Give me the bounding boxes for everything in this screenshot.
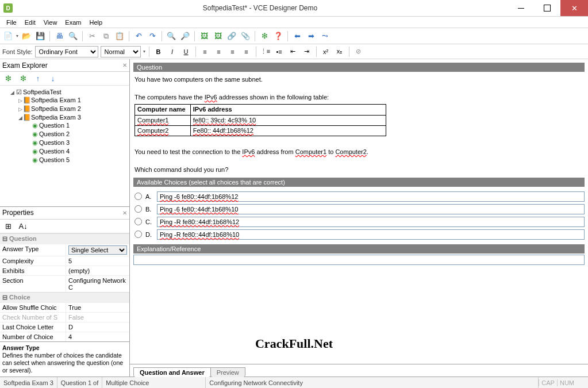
prop-section-value[interactable]: Configuring Network C <box>66 276 129 292</box>
question-text[interactable]: You have two computers on the same subne… <box>133 73 585 176</box>
attach-icon[interactable]: 📎 <box>240 30 251 42</box>
align-left-icon[interactable]: ≡ <box>199 46 211 57</box>
next-icon[interactable]: ➡ <box>305 30 317 42</box>
cut-icon[interactable]: ✂ <box>86 30 98 42</box>
explorer-toolbar: ❇ ❇ ↑ ↓ <box>0 72 129 86</box>
prop-answer-type-value[interactable]: Single Select <box>68 245 127 255</box>
menu-help[interactable]: Help <box>85 18 106 27</box>
move-up-icon[interactable]: ↑ <box>32 73 44 84</box>
menu-edit[interactable]: Edit <box>21 18 40 27</box>
zoom-in-icon[interactable]: 🔍 <box>166 30 177 42</box>
explorer-close-icon[interactable]: ✕ <box>122 62 127 68</box>
open-icon[interactable]: 📂 <box>21 30 32 42</box>
save-icon[interactable]: 💾 <box>34 30 46 42</box>
outdent-icon[interactable]: ⇤ <box>287 46 299 57</box>
bold-icon[interactable]: B <box>153 46 164 57</box>
new-icon[interactable]: 📄 <box>2 30 14 42</box>
explanation-input[interactable] <box>133 255 585 265</box>
link-icon[interactable]: 🔗 <box>226 30 237 42</box>
copy-icon[interactable]: ⧉ <box>100 30 112 42</box>
separator <box>82 31 83 41</box>
indent-icon[interactable]: ⇥ <box>301 46 313 57</box>
menu-exam[interactable]: Exam <box>61 18 85 27</box>
align-center-icon[interactable]: ≡ <box>213 46 225 57</box>
tree-question-1[interactable]: Question 1 <box>39 122 70 129</box>
menu-file[interactable]: File <box>2 18 21 27</box>
redo-icon[interactable]: ↷ <box>147 30 158 42</box>
choice-a-label: A. <box>145 193 153 200</box>
preview-icon[interactable]: 🔍 <box>67 30 79 42</box>
expand-icon[interactable]: ▷ <box>17 106 23 112</box>
prop-shuffle-value[interactable]: True <box>66 303 129 312</box>
image2-icon[interactable]: 🖼 <box>212 30 224 42</box>
add-node-icon[interactable]: ❇ <box>2 73 14 84</box>
add-question-icon[interactable]: ❇ <box>259 30 270 42</box>
properties-close-icon[interactable]: ✕ <box>122 210 127 216</box>
minimize-button[interactable] <box>508 0 534 16</box>
choice-b-radio[interactable] <box>134 205 142 213</box>
choice-c-radio[interactable] <box>134 218 142 225</box>
add-child-icon[interactable]: ❇ <box>17 73 29 84</box>
choices-header: Available Choices (select all choices th… <box>133 178 585 187</box>
subscript-icon[interactable]: x₂ <box>334 46 345 57</box>
separator <box>316 47 317 57</box>
undo-icon[interactable]: ↶ <box>133 30 144 42</box>
paste-icon[interactable]: 📋 <box>114 30 125 42</box>
font-weight-select[interactable]: Normal <box>101 46 141 57</box>
zoom-out-icon[interactable]: 🔎 <box>179 30 191 42</box>
choice-c-text[interactable]: Ping -R fe80::44df:1b68%12 <box>157 217 585 227</box>
watermark: CrackFull.Net <box>255 336 333 351</box>
prop-num-choices-value[interactable]: 4 <box>66 332 129 341</box>
separator <box>149 47 149 57</box>
tree-exam-3[interactable]: Softpedia Exam 3 <box>31 114 81 121</box>
choice-d-text[interactable]: Ping -R fe80::44df:1b68%10 <box>157 229 585 240</box>
menu-view[interactable]: View <box>40 18 62 27</box>
choice-a-radio[interactable] <box>134 193 142 200</box>
list-bullet-icon[interactable]: •≡ <box>274 46 285 57</box>
categorize-icon[interactable]: ⊞ <box>2 220 14 232</box>
prop-exhibits-value[interactable]: (empty) <box>66 266 129 275</box>
close-button[interactable] <box>560 0 588 16</box>
align-justify-icon[interactable]: ≡ <box>241 46 252 57</box>
question-icon[interactable]: ❓ <box>272 30 284 42</box>
image-icon[interactable]: 🖼 <box>198 30 210 42</box>
prop-check-key: Check Number of S <box>0 313 66 322</box>
separator <box>129 31 129 41</box>
prop-exhibits-key: Exhibits <box>0 266 66 275</box>
tree-question-2[interactable]: Question 2 <box>39 130 70 137</box>
tab-preview[interactable]: Preview <box>210 367 245 377</box>
collapse-icon[interactable]: ◢ <box>17 115 23 121</box>
superscript-icon[interactable]: x² <box>320 46 332 57</box>
desc-title: Answer Type <box>2 344 127 352</box>
list-num-icon[interactable]: ⋮≡ <box>260 46 271 57</box>
tree-exam-1[interactable]: Softpedia Exam 1 <box>31 97 81 103</box>
prop-last-letter-value[interactable]: D <box>66 322 129 332</box>
choice-b-text[interactable]: Ping -6 fe80::44df:1b68%10 <box>157 204 585 214</box>
move-down-icon[interactable]: ↓ <box>47 73 59 84</box>
tree-question-3[interactable]: Question 3 <box>39 139 70 146</box>
clear-format-icon[interactable]: ⊘ <box>353 46 364 57</box>
expand-icon[interactable]: ▷ <box>17 98 23 103</box>
font-style-select[interactable]: Ordinary Font <box>35 46 98 57</box>
collapse-icon[interactable]: ◢ <box>9 90 15 95</box>
exam-tree[interactable]: ◢☑SoftpediaTest ▷📙Softpedia Exam 1 ▷📙Sof… <box>0 86 129 207</box>
choice-a-text[interactable]: Ping -6 fe80::44df:1b68%12 <box>157 191 585 202</box>
align-right-icon[interactable]: ≡ <box>227 46 239 57</box>
italic-icon[interactable]: I <box>167 46 178 57</box>
property-grid[interactable]: ⊟ Question Answer TypeSingle Select Comp… <box>0 233 129 341</box>
separator <box>195 47 196 57</box>
choice-d-radio[interactable] <box>134 231 142 238</box>
separator <box>49 31 50 41</box>
prop-complexity-value[interactable]: 5 <box>66 256 129 266</box>
tree-exam-2[interactable]: Softpedia Exam 2 <box>31 105 81 112</box>
tree-root[interactable]: SoftpediaTest <box>23 89 62 95</box>
print-icon[interactable]: 🖶 <box>53 30 65 42</box>
sort-icon[interactable]: A↓ <box>17 220 29 232</box>
tab-question-answer[interactable]: Question and Answer <box>133 367 211 377</box>
tree-question-4[interactable]: Question 4 <box>39 148 70 155</box>
prev-icon[interactable]: ⬅ <box>291 30 303 42</box>
tree-question-5[interactable]: Question 5 <box>39 156 70 163</box>
maximize-button[interactable] <box>534 0 560 16</box>
underline-icon[interactable]: U <box>180 46 192 57</box>
last-icon[interactable]: ⤳ <box>319 30 330 42</box>
